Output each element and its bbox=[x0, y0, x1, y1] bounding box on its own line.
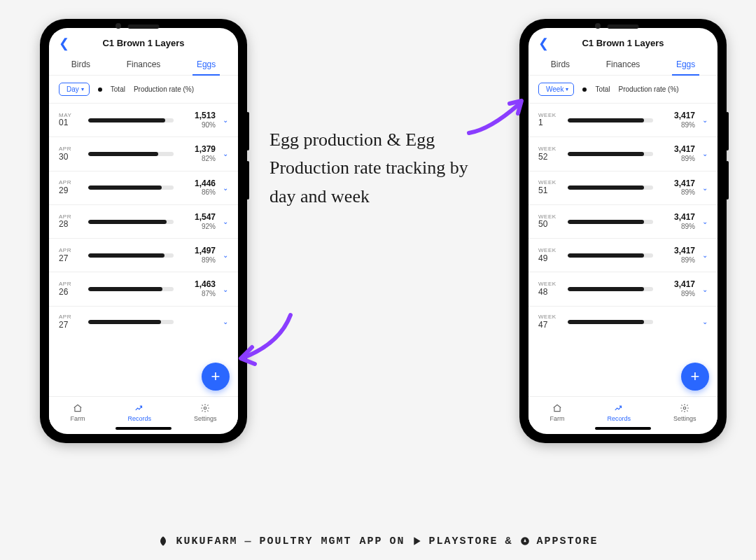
record-row[interactable]: APR271,49789%⌄ bbox=[49, 238, 238, 272]
value-column: 3,41789% bbox=[660, 246, 695, 264]
nav-farm[interactable]: Farm bbox=[550, 402, 564, 422]
phone-right: ❮ C1 Brown 1 Layers Birds Finances Eggs … bbox=[522, 21, 724, 441]
records-list-left[interactable]: MAY011,51390%⌄APR301,37982%⌄APR291,44686… bbox=[49, 103, 238, 396]
progress-fill bbox=[568, 287, 644, 291]
expand-icon[interactable]: ⌄ bbox=[702, 318, 708, 326]
progress-fill bbox=[88, 152, 158, 156]
value-column: 1,49789% bbox=[181, 246, 216, 264]
date-label-large: 01 bbox=[59, 118, 68, 127]
value-column: 1,54792% bbox=[181, 213, 216, 230]
footer-appstore: APPSTORE bbox=[537, 536, 598, 547]
date-label-large: 49 bbox=[538, 254, 547, 263]
record-row[interactable]: WEEK47⌄ bbox=[528, 306, 718, 337]
record-row[interactable]: APR27⌄ bbox=[49, 306, 238, 337]
record-row[interactable]: WEEK523,41789%⌄ bbox=[528, 136, 718, 170]
settings-icon bbox=[200, 402, 211, 414]
expand-icon[interactable]: ⌄ bbox=[702, 184, 708, 192]
expand-icon[interactable]: ⌄ bbox=[223, 318, 228, 326]
expand-icon[interactable]: ⌄ bbox=[702, 116, 708, 124]
controls-row: Day ▾ Total Production rate (%) bbox=[49, 76, 238, 103]
progress-bar bbox=[568, 186, 653, 190]
record-row[interactable]: WEEK493,41789%⌄ bbox=[528, 238, 718, 272]
date-label-large: 50 bbox=[538, 220, 547, 229]
record-row[interactable]: WEEK483,41789%⌄ bbox=[528, 272, 718, 305]
gesture-bar[interactable] bbox=[115, 427, 172, 430]
footer: KUKUFARM — POULTRY MGMT APP ON PLAYSTORE… bbox=[0, 535, 756, 547]
nav-records[interactable]: Records bbox=[127, 402, 151, 422]
tabs: Birds Finances Eggs bbox=[528, 54, 718, 76]
legend-total: Total bbox=[595, 85, 610, 93]
side-button bbox=[246, 161, 249, 200]
tab-birds[interactable]: Birds bbox=[541, 54, 580, 75]
date-label-large: 47 bbox=[538, 321, 547, 330]
records-icon bbox=[613, 402, 624, 414]
nav-settings[interactable]: Settings bbox=[673, 402, 696, 422]
expand-icon[interactable]: ⌄ bbox=[702, 286, 708, 293]
add-button[interactable]: + bbox=[202, 363, 230, 391]
records-list-right[interactable]: WEEK13,41789%⌄WEEK523,41789%⌄WEEK513,417… bbox=[528, 103, 718, 396]
expand-icon[interactable]: ⌄ bbox=[223, 184, 228, 192]
back-button[interactable]: ❮ bbox=[538, 36, 549, 51]
record-row[interactable]: WEEK513,41789%⌄ bbox=[528, 171, 718, 204]
tab-eggs[interactable]: Eggs bbox=[666, 54, 705, 75]
date-label-large: 51 bbox=[538, 186, 547, 195]
tab-finances[interactable]: Finances bbox=[596, 54, 650, 75]
progress-fill bbox=[568, 186, 644, 190]
progress-bar bbox=[568, 253, 653, 258]
progress-bar bbox=[88, 320, 174, 324]
period-selector[interactable]: Week ▾ bbox=[538, 83, 574, 96]
screen-right: ❮ C1 Brown 1 Layers Birds Finances Eggs … bbox=[528, 28, 718, 434]
record-row[interactable]: APR301,37982%⌄ bbox=[49, 136, 238, 170]
record-row[interactable]: WEEK503,41789%⌄ bbox=[528, 204, 718, 238]
tab-finances[interactable]: Finances bbox=[117, 54, 171, 75]
annotation-text: Egg production & Egg Production rate tra… bbox=[270, 126, 493, 211]
tab-birds[interactable]: Birds bbox=[62, 54, 100, 75]
tabs: Birds Finances Eggs bbox=[49, 54, 238, 76]
nav-records-label: Records bbox=[127, 415, 151, 422]
expand-icon[interactable]: ⌄ bbox=[223, 150, 228, 158]
record-row[interactable]: MAY011,51390%⌄ bbox=[49, 103, 238, 136]
expand-icon[interactable]: ⌄ bbox=[223, 218, 228, 225]
total-value: 1,463 bbox=[181, 280, 216, 290]
progress-bar bbox=[88, 220, 174, 224]
expand-icon[interactable]: ⌄ bbox=[223, 116, 228, 124]
add-button[interactable]: + bbox=[681, 363, 709, 391]
record-row[interactable]: APR291,44686%⌄ bbox=[49, 171, 238, 204]
percent-value: 90% bbox=[181, 121, 216, 130]
farm-icon bbox=[552, 402, 563, 414]
date-column: WEEK47 bbox=[538, 314, 561, 330]
date-label-large: 30 bbox=[59, 153, 68, 162]
expand-icon[interactable]: ⌄ bbox=[702, 150, 708, 158]
nav-settings[interactable]: Settings bbox=[194, 402, 217, 422]
svg-point-1 bbox=[683, 407, 686, 410]
progress-fill bbox=[88, 118, 165, 122]
record-row[interactable]: WEEK13,41789%⌄ bbox=[528, 103, 718, 136]
expand-icon[interactable]: ⌄ bbox=[223, 251, 228, 259]
value-column: 3,41789% bbox=[660, 145, 695, 162]
legend-rate: Production rate (%) bbox=[134, 85, 194, 93]
record-row[interactable]: APR261,46387%⌄ bbox=[49, 272, 238, 305]
record-row[interactable]: APR281,54792%⌄ bbox=[49, 204, 238, 238]
nav-records-label: Records bbox=[607, 415, 631, 422]
expand-icon[interactable]: ⌄ bbox=[702, 251, 708, 259]
period-selector[interactable]: Day ▾ bbox=[59, 83, 90, 96]
nav-settings-label: Settings bbox=[673, 415, 696, 422]
nav-records[interactable]: Records bbox=[607, 402, 631, 422]
tab-eggs[interactable]: Eggs bbox=[187, 54, 225, 75]
total-value: 1,446 bbox=[181, 179, 216, 189]
top-bar: ❮ C1 Brown 1 Layers bbox=[49, 28, 238, 54]
nav-farm[interactable]: Farm bbox=[70, 402, 85, 422]
date-column: APR30 bbox=[59, 146, 81, 162]
percent-value: 89% bbox=[660, 121, 695, 130]
percent-value: 89% bbox=[660, 290, 695, 298]
percent-value: 89% bbox=[181, 256, 216, 265]
date-column: APR28 bbox=[59, 214, 81, 230]
back-button[interactable]: ❮ bbox=[59, 36, 69, 51]
gesture-bar[interactable] bbox=[595, 427, 651, 430]
total-value: 3,417 bbox=[660, 111, 695, 121]
nav-settings-label: Settings bbox=[194, 415, 217, 422]
screen-left: ❮ C1 Brown 1 Layers Birds Finances Eggs … bbox=[49, 28, 238, 434]
progress-fill bbox=[88, 287, 162, 291]
expand-icon[interactable]: ⌄ bbox=[702, 218, 708, 225]
expand-icon[interactable]: ⌄ bbox=[223, 286, 228, 293]
